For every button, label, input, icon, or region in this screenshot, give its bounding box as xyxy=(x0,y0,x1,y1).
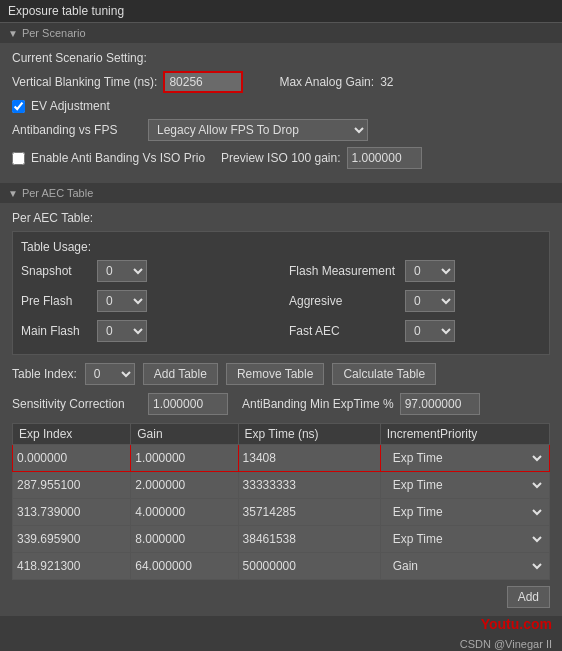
exp-time-cell: 35714285 xyxy=(238,499,380,526)
anti-banding-iso-label: Enable Anti Banding Vs ISO Prio xyxy=(31,151,205,165)
fast-aec-select[interactable]: 01 xyxy=(405,320,455,342)
per-aec-table-section: ▼ Per AEC Table Per AEC Table: Table Usa… xyxy=(0,183,562,616)
table-row: 418.921300 64.000000 50000000 Exp TimeGa… xyxy=(13,553,550,580)
table-row: 287.955100 2.000000 33333333 Exp TimeGai… xyxy=(13,472,550,499)
main-flash-label: Main Flash xyxy=(21,324,91,338)
priority-cell[interactable]: Exp TimeGain xyxy=(380,526,549,553)
gain-cell: 8.000000 xyxy=(131,526,238,553)
sensitivity-label: Sensitivity Correction xyxy=(12,397,142,411)
pre-flash-label: Pre Flash xyxy=(21,294,91,308)
col-gain: Gain xyxy=(131,424,238,445)
antibanding-min-label: AntiBanding Min ExpTime % xyxy=(242,397,394,411)
snapshot-label: Snapshot xyxy=(21,264,91,278)
anti-banding-iso-checkbox[interactable] xyxy=(12,152,25,165)
snapshot-select[interactable]: 01 xyxy=(97,260,147,282)
exp-time-cell: 38461538 xyxy=(238,526,380,553)
exp-index-cell: 418.921300 xyxy=(13,553,131,580)
gain-cell: 4.000000 xyxy=(131,499,238,526)
exp-time-cell: 13408 xyxy=(238,445,380,472)
per-scenario-label: Per Scenario xyxy=(22,27,86,39)
chevron-down-icon: ▼ xyxy=(8,28,18,39)
priority-cell[interactable]: Exp TimeGain xyxy=(380,499,549,526)
ev-checkbox[interactable] xyxy=(12,100,25,113)
exposure-table: Exp Index Gain Exp Time (ns) IncrementPr… xyxy=(12,423,550,580)
table-usage-box: Table Usage: Snapshot 01 Flash Measureme… xyxy=(12,231,550,355)
exp-time-cell: 50000000 xyxy=(238,553,380,580)
priority-cell[interactable]: Exp TimeGain xyxy=(380,553,549,580)
app-title: Exposure table tuning xyxy=(8,4,124,18)
gain-cell: 2.000000 xyxy=(131,472,238,499)
col-exp-time: Exp Time (ns) xyxy=(238,424,380,445)
per-scenario-header: ▼ Per Scenario xyxy=(0,23,562,43)
vblank-input[interactable] xyxy=(163,71,243,93)
per-aec-table-label: Per AEC Table: xyxy=(12,211,93,225)
calculate-table-button[interactable]: Calculate Table xyxy=(332,363,436,385)
antibanding-min-input[interactable] xyxy=(400,393,480,415)
add-button[interactable]: Add xyxy=(507,586,550,608)
priority-select-2[interactable]: Exp TimeGain xyxy=(385,501,545,523)
flash-select[interactable]: 01 xyxy=(405,260,455,282)
table-usage-label: Table Usage: xyxy=(21,240,541,254)
col-increment-priority: IncrementPriority xyxy=(380,424,549,445)
main-flash-select[interactable]: 01 xyxy=(97,320,147,342)
flash-label: Flash Measurement xyxy=(289,264,399,278)
exp-time-cell: 33333333 xyxy=(238,472,380,499)
per-scenario-section: ▼ Per Scenario Current Scenario Setting:… xyxy=(0,23,562,183)
add-table-button[interactable]: Add Table xyxy=(143,363,218,385)
ev-label: EV Adjustment xyxy=(31,99,110,113)
title-bar: Exposure table tuning xyxy=(0,0,562,23)
table-index-label: Table Index: xyxy=(12,367,77,381)
priority-cell[interactable]: Exp TimeGain xyxy=(380,472,549,499)
aggressive-label: Aggresive xyxy=(289,294,399,308)
exp-index-cell: 313.739000 xyxy=(13,499,131,526)
table-row: 313.739000 4.000000 35714285 Exp TimeGai… xyxy=(13,499,550,526)
table-row: 339.695900 8.000000 38461538 Exp TimeGai… xyxy=(13,526,550,553)
current-scenario-label: Current Scenario Setting: xyxy=(12,51,147,65)
preview-iso-label: Preview ISO 100 gain: xyxy=(221,151,340,165)
col-exp-index: Exp Index xyxy=(13,424,131,445)
priority-select-4[interactable]: Exp TimeGain xyxy=(385,555,545,577)
max-analog-gain-label: Max Analog Gain: xyxy=(279,75,374,89)
priority-select-1[interactable]: Exp TimeGain xyxy=(385,474,545,496)
per-scenario-content: Current Scenario Setting: Vertical Blank… xyxy=(0,43,562,183)
exp-index-cell: 287.955100 xyxy=(13,472,131,499)
max-analog-gain-value: 32 xyxy=(380,75,393,89)
exp-index-cell: 0.000000 xyxy=(13,445,131,472)
chevron-down-icon-2: ▼ xyxy=(8,188,18,199)
priority-cell[interactable]: Exp TimeGain xyxy=(380,445,549,472)
antibanding-fps-label: Antibanding vs FPS xyxy=(12,123,142,137)
fast-aec-label: Fast AEC xyxy=(289,324,399,338)
vblank-label: Vertical Blanking Time (ns): xyxy=(12,75,157,89)
remove-table-button[interactable]: Remove Table xyxy=(226,363,325,385)
aggressive-select[interactable]: 01 xyxy=(405,290,455,312)
table-row: 0.000000 1.000000 13408 Exp TimeGain xyxy=(13,445,550,472)
priority-select-0[interactable]: Exp TimeGain xyxy=(385,447,545,469)
exp-index-cell: 339.695900 xyxy=(13,526,131,553)
sensitivity-input[interactable] xyxy=(148,393,228,415)
priority-select-3[interactable]: Exp TimeGain xyxy=(385,528,545,550)
per-aec-header: ▼ Per AEC Table xyxy=(0,183,562,203)
per-aec-content: Per AEC Table: Table Usage: Snapshot 01 … xyxy=(0,203,562,616)
table-index-select[interactable]: 01 xyxy=(85,363,135,385)
gain-cell: 1.000000 xyxy=(131,445,238,472)
per-aec-label: Per AEC Table xyxy=(22,187,93,199)
preview-iso-input[interactable] xyxy=(347,147,422,169)
pre-flash-select[interactable]: 01 xyxy=(97,290,147,312)
antibanding-fps-select[interactable]: Legacy Allow FPS To Drop Allow FPS To Dr… xyxy=(148,119,368,141)
gain-cell: 64.000000 xyxy=(131,553,238,580)
